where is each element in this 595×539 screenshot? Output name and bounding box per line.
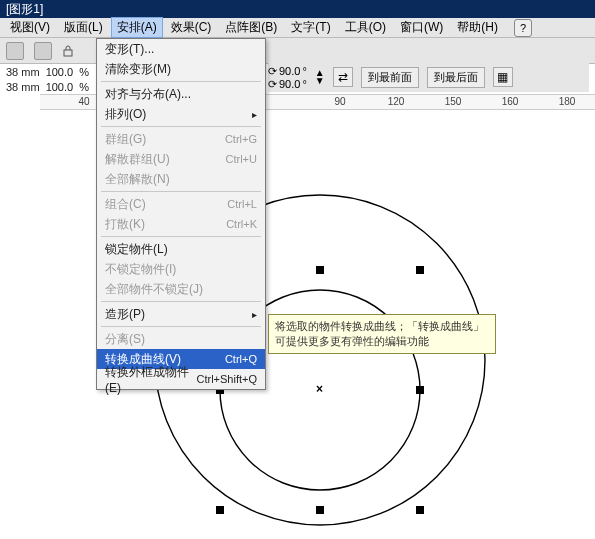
menu-item-convert-outline[interactable]: 转换外框成物件(E)Ctrl+Shift+Q [97,369,265,389]
property-bar: ⟳ 90.0 ° ⟳ 90.0 ° ▲▼ ⇄ 到最前面 到最后面 ▦ [268,62,589,92]
menu-item-label: 全部解散(N) [105,171,170,188]
ruler-label: 90 [334,96,345,107]
menu-item-label: 清除变形(M) [105,61,171,78]
menu-item-label: 分离(S) [105,331,145,348]
menu-separator [101,326,261,327]
tooltip-text: 将选取的物件转换成曲线；「转换成曲线」可提供更多更有弹性的编辑功能 [275,320,484,347]
arrange-menu: 变形(T)... 清除变形(M) 对齐与分布(A)... 排列(O)▸ 群组(G… [96,38,266,390]
menu-item-order[interactable]: 排列(O)▸ [97,104,265,124]
rotation-value: 90.0 [279,65,300,77]
menu-item-unlock-all: 全部物件不锁定(J) [97,279,265,299]
menu-item-break: 打散(K)Ctrl+K [97,214,265,234]
rotation-fields: ⟳ 90.0 ° ⟳ 90.0 ° [268,65,307,90]
menu-item-ungroup: 解散群组(U)Ctrl+U [97,149,265,169]
menu-item-separate: 分离(S) [97,329,265,349]
lock-icon[interactable] [62,45,74,57]
scale-unit: % [79,66,89,78]
submenu-arrow-icon: ▸ [252,309,257,320]
tooltip: 将选取的物件转换成曲线；「转换成曲线」可提供更多更有弹性的编辑功能 [268,314,496,354]
menu-bitmap[interactable]: 点阵图(B) [219,17,283,38]
menu-item-label: 全部物件不锁定(J) [105,281,203,298]
selection-handle[interactable] [216,506,224,514]
menu-layout[interactable]: 版面(L) [58,17,109,38]
menu-item-label: 对齐与分布(A)... [105,86,191,103]
spinner-icon[interactable]: ▲▼ [315,69,325,85]
selection-handle[interactable] [416,506,424,514]
rotate-icon: ⟳ [268,65,277,77]
size-value: 38 mm [6,81,40,93]
selection-handle[interactable] [416,386,424,394]
menu-item-transform[interactable]: 变形(T)... [97,39,265,59]
menu-window[interactable]: 窗口(W) [394,17,449,38]
scale-value: 100.0 [46,66,74,78]
rotation-bottom[interactable]: ⟳ 90.0 ° [268,78,307,90]
to-front-button[interactable]: 到最前面 [361,67,419,88]
menu-item-label: 不锁定物件(I) [105,261,176,278]
menu-item-lock[interactable]: 锁定物件(L) [97,239,265,259]
size-value: 38 mm [6,66,40,78]
ruler-label: 120 [388,96,405,107]
ruler-label: 150 [445,96,462,107]
menu-item-align[interactable]: 对齐与分布(A)... [97,84,265,104]
menu-item-label: 群组(G) [105,131,146,148]
size-row: 38 mm 100.0 % [6,79,107,94]
menu-separator [101,126,261,127]
menu-view[interactable]: 视图(V) [4,17,56,38]
menu-item-ungroup-all: 全部解散(N) [97,169,265,189]
menu-shortcut: Ctrl+Shift+Q [196,373,257,385]
menu-item-label: 排列(O) [105,106,146,123]
context-help-icon[interactable]: ? [514,19,532,37]
ruler-label: 160 [502,96,519,107]
menu-shortcut: Ctrl+G [225,133,257,145]
scale-unit: % [79,81,89,93]
ruler-label: 180 [559,96,576,107]
menu-item-unlock: 不锁定物件(I) [97,259,265,279]
mirror-button[interactable]: ⇄ [333,67,353,87]
menu-effects[interactable]: 效果(C) [165,17,218,38]
window-titlebar: [图形1] [0,0,595,18]
menu-item-label: 造形(P) [105,306,145,323]
menu-arrange[interactable]: 安排(A) [111,17,163,38]
rotation-top[interactable]: ⟳ 90.0 ° [268,65,307,77]
menu-item-label: 打散(K) [105,216,145,233]
toolbar-button[interactable]: ▦ [493,67,513,87]
menu-separator [101,191,261,192]
menu-shortcut: Ctrl+L [227,198,257,210]
svg-rect-0 [64,50,72,56]
menu-separator [101,301,261,302]
scale-value: 100.0 [46,81,74,93]
menu-item-label: 锁定物件(L) [105,241,168,258]
selection-handle[interactable] [316,266,324,274]
window-title: [图形1] [6,2,43,16]
selection-handle[interactable] [316,506,324,514]
submenu-arrow-icon: ▸ [252,109,257,120]
menu-item-combine: 组合(C)Ctrl+L [97,194,265,214]
menu-item-label: 组合(C) [105,196,146,213]
menu-item-label: 转换外框成物件(E) [105,364,196,395]
toolbar-icon[interactable] [6,42,24,60]
toolbar-icon[interactable] [34,42,52,60]
menu-separator [101,81,261,82]
selection-center-mark: × [316,382,323,396]
menu-shortcut: Ctrl+Q [225,353,257,365]
menu-help[interactable]: 帮助(H) [451,17,504,38]
menu-text[interactable]: 文字(T) [285,17,336,38]
menu-shortcut: Ctrl+U [226,153,257,165]
menu-item-clear-transform[interactable]: 清除变形(M) [97,59,265,79]
toolbar [0,38,595,64]
size-row: 38 mm 100.0 % [6,64,107,79]
menu-tools[interactable]: 工具(O) [339,17,392,38]
size-readout: 38 mm 100.0 % 38 mm 100.0 % [6,64,107,94]
menu-item-label: 变形(T)... [105,41,154,58]
menu-item-label: 解散群组(U) [105,151,170,168]
rotate-icon: ⟳ [268,78,277,90]
menu-item-shaping[interactable]: 造形(P)▸ [97,304,265,324]
ruler-label: 40 [78,96,89,107]
menubar: 视图(V) 版面(L) 安排(A) 效果(C) 点阵图(B) 文字(T) 工具(… [0,18,595,38]
menu-shortcut: Ctrl+K [226,218,257,230]
menu-separator [101,236,261,237]
selection-handle[interactable] [416,266,424,274]
to-back-button[interactable]: 到最后面 [427,67,485,88]
menu-item-group: 群组(G)Ctrl+G [97,129,265,149]
rotation-value: 90.0 [279,78,300,90]
